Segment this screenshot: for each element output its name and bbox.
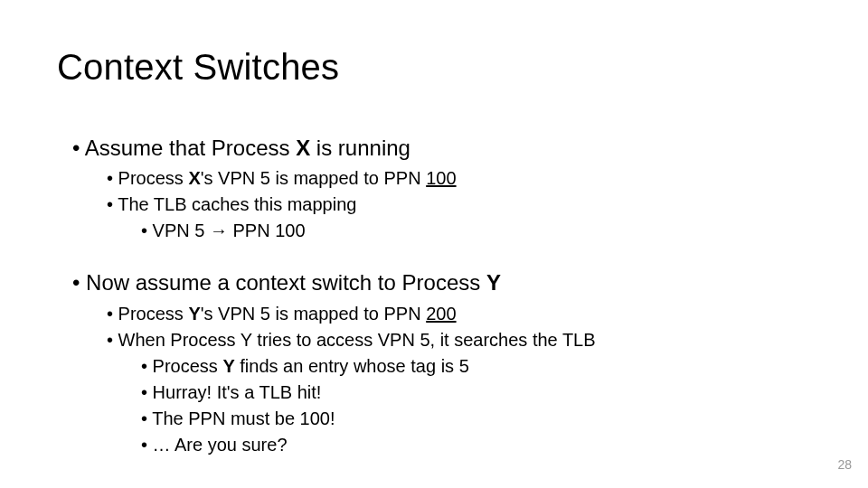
bullet-l2-y-vpn-mapping: Process Y's VPN 5 is mapped to PPN 200 xyxy=(107,302,814,326)
slide-title: Context Switches xyxy=(57,47,339,88)
text: VPN 5 xyxy=(153,221,210,240)
text: finds an entry whose tag is 5 xyxy=(235,356,469,376)
text: The PPN must be 100! xyxy=(152,408,335,428)
bullet-l2-x-vpn-mapping: Process X's VPN 5 is mapped to PPN 100 xyxy=(107,166,814,191)
bullet-l3-are-you-sure: … Are you sure? xyxy=(141,433,814,457)
bullet-l3-vpn-ppn-map: VPN 5 → PPN 100 xyxy=(141,219,814,243)
text-bold: Y xyxy=(188,304,200,324)
text: Assume that Process xyxy=(85,136,296,160)
text: is running xyxy=(310,136,410,160)
text: 's VPN 5 is mapped to PPN xyxy=(201,304,426,324)
text-bold: Y xyxy=(222,356,234,376)
bullet-l1-switch-y: Now assume a context switch to Process Y xyxy=(72,268,814,297)
bullet-l3-y-finds-entry: Process Y finds an entry whose tag is 5 xyxy=(141,354,814,379)
arrow-icon: → xyxy=(210,221,228,240)
text: … Are you sure? xyxy=(153,435,288,455)
bullet-l3-ppn-100: The PPN must be 100! xyxy=(141,407,814,431)
text: PPN 100 xyxy=(228,221,306,240)
text: Hurray! It's a TLB hit! xyxy=(153,382,322,402)
text: Process xyxy=(118,304,189,324)
text-bold: X xyxy=(188,168,200,188)
text: Process xyxy=(153,356,223,376)
text-bold: Y xyxy=(486,270,501,295)
slide-content: Assume that Process X is running Process… xyxy=(72,134,814,459)
bullet-l2-y-access: When Process Y tries to access VPN 5, it… xyxy=(107,328,814,352)
bullet-l2-tlb-caches: The TLB caches this mapping xyxy=(107,192,814,217)
text: The TLB caches this mapping xyxy=(118,194,356,214)
text-under: 200 xyxy=(426,304,456,324)
text-bold: X xyxy=(296,136,310,160)
text-under: 100 xyxy=(426,168,456,188)
text: Now assume a context switch to Process xyxy=(86,270,486,295)
spacer xyxy=(72,245,814,268)
text: When Process Y tries to access VPN 5, it… xyxy=(118,330,596,350)
bullet-l1-assume-x: Assume that Process X is running xyxy=(72,134,814,163)
bullet-l3-hurray: Hurray! It's a TLB hit! xyxy=(141,380,814,405)
text: 's VPN 5 is mapped to PPN xyxy=(201,168,426,188)
page-number: 28 xyxy=(837,457,852,472)
text: Process xyxy=(118,168,189,188)
